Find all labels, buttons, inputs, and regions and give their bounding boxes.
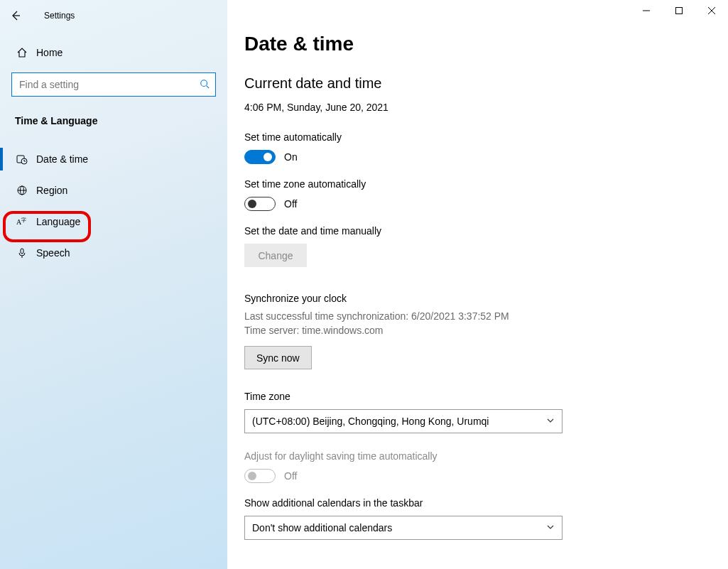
home-icon bbox=[15, 47, 29, 58]
minimize-icon bbox=[643, 7, 650, 14]
svg-line-2 bbox=[207, 85, 210, 88]
sidebar-item-speech[interactable]: Speech bbox=[0, 237, 227, 269]
arrow-left-icon bbox=[10, 10, 21, 21]
search-icon bbox=[200, 79, 210, 91]
sync-last-line: Last successful time synchronization: 6/… bbox=[244, 310, 711, 324]
back-button[interactable] bbox=[6, 6, 26, 26]
globe-icon bbox=[15, 185, 29, 196]
auto-time-toggle[interactable] bbox=[244, 150, 276, 164]
svg-point-1 bbox=[201, 80, 207, 86]
current-datetime-heading: Current date and time bbox=[244, 75, 711, 92]
chevron-down-icon bbox=[546, 522, 555, 533]
timezone-label: Time zone bbox=[244, 391, 711, 402]
sidebar-item-label: Speech bbox=[36, 247, 70, 259]
main-panel: Date & time Current date and time 4:06 P… bbox=[227, 0, 728, 569]
sidebar-item-label: Date & time bbox=[36, 153, 88, 165]
auto-zone-label: Set time zone automatically bbox=[244, 178, 711, 190]
auto-time-label: Set time automatically bbox=[244, 131, 711, 143]
sidebar-item-label: Region bbox=[36, 185, 67, 196]
language-icon: A字 bbox=[15, 216, 29, 227]
home-label: Home bbox=[36, 47, 63, 58]
sidebar-item-home[interactable]: Home bbox=[0, 43, 227, 63]
additional-calendars-select[interactable]: Don't show additional calendars bbox=[244, 516, 563, 540]
window-minimize-button[interactable] bbox=[630, 0, 663, 21]
dst-toggle bbox=[244, 469, 276, 483]
search-input[interactable] bbox=[11, 72, 216, 97]
dst-label: Adjust for daylight saving time automati… bbox=[244, 450, 711, 462]
sync-server-line: Time server: time.windows.com bbox=[244, 324, 711, 338]
sync-heading: Synchronize your clock bbox=[244, 293, 711, 304]
additional-calendars-value: Don't show additional calendars bbox=[252, 522, 392, 533]
timezone-select[interactable]: (UTC+08:00) Beijing, Chongqing, Hong Kon… bbox=[244, 409, 563, 433]
sidebar-item-region[interactable]: Region bbox=[0, 175, 227, 206]
auto-time-state: On bbox=[284, 151, 298, 163]
chevron-down-icon bbox=[546, 416, 555, 427]
window-maximize-button[interactable] bbox=[663, 0, 695, 21]
app-title: Settings bbox=[44, 11, 75, 21]
auto-zone-state: Off bbox=[284, 198, 297, 210]
microphone-icon bbox=[15, 247, 29, 259]
sidebar-group-header: Time & Language bbox=[0, 97, 227, 132]
auto-zone-toggle[interactable] bbox=[244, 197, 276, 211]
clock-calendar-icon bbox=[15, 153, 29, 165]
close-icon bbox=[708, 7, 715, 14]
sidebar-item-date-time[interactable]: Date & time bbox=[0, 143, 227, 175]
window-close-button[interactable] bbox=[695, 0, 728, 21]
sidebar-item-label: Language bbox=[36, 216, 80, 227]
page-title: Date & time bbox=[244, 33, 711, 55]
sidebar: Settings Home Time & Language Date & bbox=[0, 0, 227, 569]
sync-now-button[interactable]: Sync now bbox=[244, 346, 312, 369]
timezone-value: (UTC+08:00) Beijing, Chongqing, Hong Kon… bbox=[252, 416, 489, 427]
additional-calendars-label: Show additional calendars in the taskbar bbox=[244, 497, 711, 509]
change-datetime-button: Change bbox=[244, 244, 307, 267]
svg-rect-10 bbox=[21, 249, 23, 254]
manual-label: Set the date and time manually bbox=[244, 225, 711, 237]
dst-state: Off bbox=[284, 470, 297, 482]
search-field[interactable] bbox=[18, 78, 200, 91]
svg-text:字: 字 bbox=[21, 217, 26, 223]
current-datetime-value: 4:06 PM, Sunday, June 20, 2021 bbox=[244, 102, 711, 113]
sidebar-item-language[interactable]: A字 Language bbox=[0, 206, 227, 237]
maximize-icon bbox=[675, 7, 683, 14]
svg-rect-12 bbox=[676, 8, 683, 14]
